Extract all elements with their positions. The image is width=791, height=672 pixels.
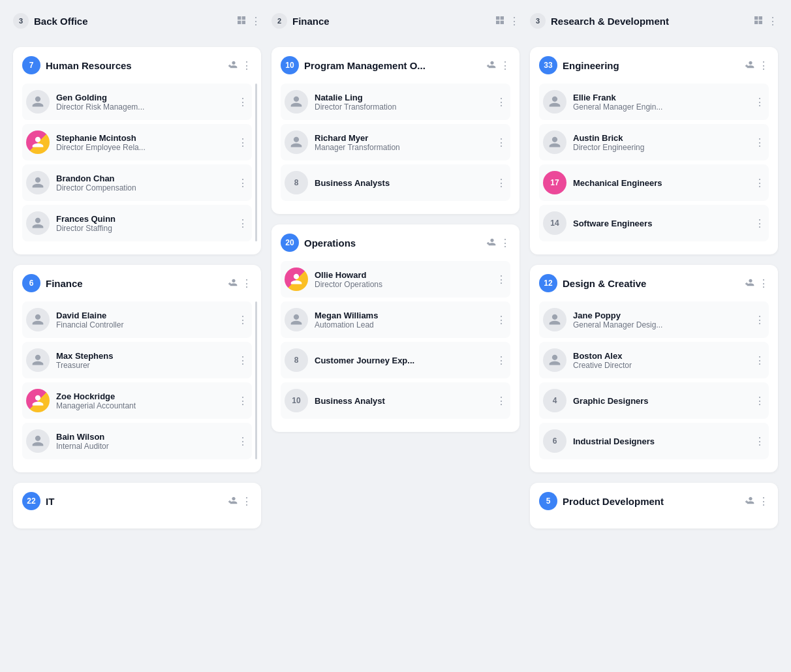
person-row[interactable]: Bain WilsonInternal Auditor⋮ bbox=[22, 423, 252, 459]
person-row[interactable]: Ellie FrankGeneral Manager Engin...⋮ bbox=[539, 84, 769, 120]
more-button[interactable]: ⋮ bbox=[238, 96, 248, 108]
person-row[interactable]: Megan WilliamsAutomation Lead⋮ bbox=[281, 301, 510, 338]
person-row[interactable]: Austin BrickDirector Engineering⋮ bbox=[539, 124, 769, 160]
add-person-icon[interactable] bbox=[486, 237, 496, 249]
group-count: 4 bbox=[543, 389, 566, 412]
section-content: Natalie LingDirector Transformation⋮Rich… bbox=[281, 84, 510, 201]
section-more-icon[interactable]: ⋮ bbox=[241, 495, 252, 508]
person-info: Zoe HockridgeManagerial Accountant bbox=[56, 391, 231, 410]
group-row[interactable]: 6Industrial Designers⋮ bbox=[539, 423, 769, 459]
add-person-icon[interactable] bbox=[744, 277, 754, 290]
person-name: David Elaine bbox=[56, 311, 231, 320]
more-button[interactable]: ⋮ bbox=[754, 354, 765, 367]
section-more-icon[interactable]: ⋮ bbox=[241, 277, 252, 290]
grid-icon[interactable] bbox=[753, 15, 764, 27]
dept-section-human-resources: 7Human Resources⋮Gen GoldingDirector Ris… bbox=[13, 47, 261, 254]
more-button[interactable]: ⋮ bbox=[754, 96, 765, 108]
scrollbar[interactable] bbox=[255, 84, 257, 241]
section-more-icon[interactable]: ⋮ bbox=[241, 59, 252, 72]
group-row[interactable]: 4Graphic Designers⋮ bbox=[539, 382, 769, 419]
person-info: David ElaineFinancial Controller bbox=[56, 311, 231, 329]
main-columns: 3Back Office⋮7Human Resources⋮Gen Goldin… bbox=[13, 13, 778, 528]
group-label: Mechanical Engineers bbox=[573, 178, 748, 188]
more-button[interactable]: ⋮ bbox=[238, 136, 248, 149]
section-badge: 33 bbox=[539, 56, 557, 74]
more-button[interactable]: ⋮ bbox=[238, 217, 248, 230]
add-person-icon[interactable] bbox=[227, 59, 238, 72]
more-button[interactable]: ⋮ bbox=[496, 136, 506, 149]
group-row[interactable]: 17Mechanical Engineers⋮ bbox=[539, 164, 769, 201]
person-info: Ollie HowardDirector Operations bbox=[315, 270, 489, 289]
group-more-button[interactable]: ⋮ bbox=[496, 354, 506, 367]
person-row[interactable]: David ElaineFinancial Controller⋮ bbox=[22, 301, 252, 338]
group-row[interactable]: 8Business Analysts⋮ bbox=[281, 164, 510, 201]
more-button[interactable]: ⋮ bbox=[496, 96, 506, 108]
person-row[interactable]: Gen GoldingDirector Risk Managem...⋮ bbox=[22, 84, 252, 120]
more-button[interactable]: ⋮ bbox=[754, 136, 765, 149]
group-row[interactable]: 14Software Engineers⋮ bbox=[539, 205, 769, 241]
person-row[interactable]: Max StephensTreasurer⋮ bbox=[22, 342, 252, 378]
group-more-button[interactable]: ⋮ bbox=[754, 395, 765, 407]
add-person-icon[interactable] bbox=[227, 495, 238, 508]
section-more-icon[interactable]: ⋮ bbox=[758, 59, 769, 72]
more-button[interactable]: ⋮ bbox=[238, 314, 248, 326]
add-person-icon[interactable] bbox=[486, 59, 496, 72]
person-name: Stephanie Mcintosh bbox=[56, 133, 231, 143]
section-icons: ⋮ bbox=[744, 59, 769, 72]
person-role: Director Employee Rela... bbox=[56, 143, 231, 152]
section-badge: 12 bbox=[539, 274, 557, 292]
section-icons: ⋮ bbox=[486, 59, 510, 72]
avatar bbox=[285, 308, 308, 331]
group-row[interactable]: 10Business Analyst⋮ bbox=[281, 382, 510, 419]
person-row[interactable]: Natalie LingDirector Transformation⋮ bbox=[281, 84, 510, 120]
section-more-icon[interactable]: ⋮ bbox=[500, 59, 510, 72]
person-name: Gen Golding bbox=[56, 93, 231, 102]
add-person-icon[interactable] bbox=[744, 59, 754, 72]
group-more-button[interactable]: ⋮ bbox=[496, 177, 506, 189]
person-row[interactable]: Richard MyerManager Transformation⋮ bbox=[281, 124, 510, 160]
column-more-icon[interactable]: ⋮ bbox=[768, 15, 778, 27]
person-row[interactable]: Frances QuinnDirector Staffing⋮ bbox=[22, 205, 252, 241]
section-header: 7Human Resources⋮ bbox=[22, 56, 252, 74]
person-row[interactable]: Stephanie McintoshDirector Employee Rela… bbox=[22, 124, 252, 160]
avatar bbox=[26, 308, 50, 331]
group-more-button[interactable]: ⋮ bbox=[496, 395, 506, 407]
person-row[interactable]: Ollie HowardDirector Operations⋮ bbox=[281, 261, 510, 298]
grid-icon[interactable] bbox=[236, 15, 247, 27]
person-row[interactable]: Boston AlexCreative Director⋮ bbox=[539, 342, 769, 378]
person-role: Director Compensation bbox=[56, 183, 231, 192]
add-person-icon[interactable] bbox=[744, 495, 754, 508]
section-more-icon[interactable]: ⋮ bbox=[758, 495, 769, 508]
person-row[interactable]: Zoe HockridgeManagerial Accountant⋮ bbox=[22, 382, 252, 419]
more-button[interactable]: ⋮ bbox=[496, 273, 506, 286]
avatar bbox=[285, 90, 308, 114]
scrollbar[interactable] bbox=[255, 301, 257, 459]
avatar bbox=[543, 90, 566, 114]
more-button[interactable]: ⋮ bbox=[238, 395, 248, 407]
grid-icon[interactable] bbox=[495, 15, 505, 27]
person-info: Boston AlexCreative Director bbox=[573, 351, 748, 370]
group-more-button[interactable]: ⋮ bbox=[754, 177, 765, 189]
person-name: Max Stephens bbox=[56, 351, 231, 361]
person-row[interactable]: Brandon ChanDirector Compensation⋮ bbox=[22, 164, 252, 201]
group-more-button[interactable]: ⋮ bbox=[754, 435, 765, 448]
avatar bbox=[285, 130, 308, 154]
column-count: 3 bbox=[13, 13, 29, 29]
section-more-icon[interactable]: ⋮ bbox=[500, 237, 510, 249]
more-button[interactable]: ⋮ bbox=[238, 354, 248, 367]
add-person-icon[interactable] bbox=[227, 277, 238, 290]
more-button[interactable]: ⋮ bbox=[754, 314, 765, 326]
more-button[interactable]: ⋮ bbox=[496, 314, 506, 326]
dept-section-product-development: 5Product Development⋮ bbox=[530, 483, 778, 528]
column-more-icon[interactable]: ⋮ bbox=[509, 15, 520, 27]
more-button[interactable]: ⋮ bbox=[238, 435, 248, 448]
avatar bbox=[26, 171, 50, 194]
section-title: Product Development bbox=[563, 496, 739, 507]
column-more-icon[interactable]: ⋮ bbox=[251, 15, 261, 27]
section-more-icon[interactable]: ⋮ bbox=[758, 277, 769, 290]
group-row[interactable]: 8Customer Journey Exp...⋮ bbox=[281, 342, 510, 378]
column-rd-col: 3Research & Development⋮33Engineering⋮El… bbox=[530, 13, 778, 528]
more-button[interactable]: ⋮ bbox=[238, 177, 248, 189]
person-row[interactable]: Jane PoppyGeneral Manager Desig...⋮ bbox=[539, 301, 769, 338]
group-more-button[interactable]: ⋮ bbox=[754, 217, 765, 230]
